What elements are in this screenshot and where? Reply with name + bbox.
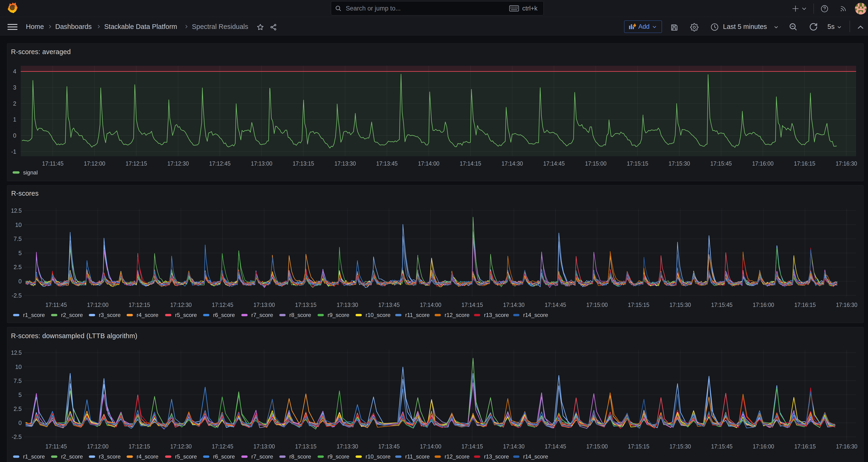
svg-text:r4_score: r4_score [136, 312, 158, 318]
svg-text:17:11:45: 17:11:45 [45, 443, 67, 450]
svg-text:17:12:00: 17:12:00 [87, 302, 108, 308]
svg-text:17:16:00: 17:16:00 [753, 302, 774, 308]
svg-text:r4_score: r4_score [136, 453, 158, 460]
svg-text:17:12:30: 17:12:30 [170, 302, 192, 308]
svg-text:17:13:30: 17:13:30 [334, 160, 356, 167]
svg-text:r2_score: r2_score [61, 453, 83, 460]
svg-text:7.5: 7.5 [13, 377, 22, 384]
svg-text:r14_score: r14_score [523, 312, 548, 318]
svg-text:17:12:45: 17:12:45 [212, 443, 234, 450]
svg-text:r12_score: r12_score [444, 453, 470, 460]
svg-text:-2.5: -2.5 [12, 434, 22, 440]
svg-text:r14_score: r14_score [523, 453, 548, 460]
svg-text:17:16:30: 17:16:30 [836, 302, 857, 308]
svg-text:r7_score: r7_score [251, 453, 273, 460]
svg-text:r6_score: r6_score [213, 312, 235, 318]
svg-text:r1_score: r1_score [23, 453, 45, 460]
svg-text:r10_score: r10_score [366, 453, 391, 460]
svg-text:10: 10 [15, 221, 22, 228]
svg-text:-1: -1 [11, 148, 16, 155]
svg-text:17:14:30: 17:14:30 [503, 443, 525, 450]
svg-text:r8_score: r8_score [289, 312, 311, 318]
svg-text:r2_score: r2_score [61, 312, 83, 318]
svg-text:-2.5: -2.5 [12, 292, 22, 299]
svg-text:r3_score: r3_score [99, 312, 121, 318]
svg-text:17:12:00: 17:12:00 [87, 443, 108, 450]
svg-text:7.5: 7.5 [13, 236, 22, 242]
svg-text:17:13:15: 17:13:15 [292, 160, 314, 167]
svg-text:17:11:45: 17:11:45 [42, 160, 63, 167]
svg-text:17:12:30: 17:12:30 [170, 443, 192, 450]
svg-text:17:16:30: 17:16:30 [836, 443, 857, 450]
svg-text:r13_score: r13_score [484, 312, 509, 318]
svg-text:17:15:30: 17:15:30 [670, 443, 691, 450]
svg-text:17:14:15: 17:14:15 [461, 302, 483, 308]
svg-text:17:15:45: 17:15:45 [711, 443, 733, 450]
svg-text:r7_score: r7_score [251, 312, 273, 318]
svg-text:17:15:15: 17:15:15 [628, 443, 649, 450]
svg-text:r9_score: r9_score [328, 453, 349, 460]
svg-text:0: 0 [19, 278, 22, 284]
svg-text:17:14:30: 17:14:30 [501, 160, 523, 167]
svg-text:17:13:00: 17:13:00 [253, 443, 275, 450]
svg-text:17:13:30: 17:13:30 [337, 443, 358, 450]
svg-text:17:14:00: 17:14:00 [418, 160, 439, 167]
svg-text:2.5: 2.5 [13, 406, 22, 412]
svg-text:r6_score: r6_score [213, 453, 235, 460]
svg-text:17:13:15: 17:13:15 [295, 443, 317, 450]
svg-text:17:14:45: 17:14:45 [545, 443, 566, 450]
svg-text:17:12:30: 17:12:30 [167, 160, 189, 167]
svg-text:10: 10 [15, 364, 22, 370]
svg-text:r8_score: r8_score [289, 453, 311, 460]
svg-text:2.5: 2.5 [13, 264, 22, 270]
svg-text:17:14:30: 17:14:30 [503, 302, 525, 308]
svg-text:17:13:45: 17:13:45 [376, 160, 398, 167]
svg-text:r1_score: r1_score [23, 312, 45, 318]
svg-text:0: 0 [19, 420, 22, 426]
svg-text:r10_score: r10_score [366, 312, 391, 318]
svg-text:17:16:30: 17:16:30 [836, 160, 857, 167]
svg-text:5: 5 [19, 392, 22, 398]
svg-text:4: 4 [13, 68, 16, 74]
svg-text:17:13:00: 17:13:00 [253, 302, 275, 308]
svg-text:17:11:45: 17:11:45 [45, 302, 67, 308]
svg-text:17:13:15: 17:13:15 [295, 302, 317, 308]
svg-text:r12_score: r12_score [444, 312, 470, 318]
svg-text:12.5: 12.5 [11, 207, 22, 214]
svg-text:17:13:45: 17:13:45 [378, 443, 400, 450]
svg-text:17:15:45: 17:15:45 [710, 160, 732, 167]
svg-text:r13_score: r13_score [484, 453, 509, 460]
svg-text:17:15:00: 17:15:00 [586, 302, 608, 308]
svg-text:17:13:45: 17:13:45 [378, 302, 400, 308]
svg-text:17:12:45: 17:12:45 [212, 302, 234, 308]
svg-text:17:15:30: 17:15:30 [670, 302, 691, 308]
svg-text:17:15:15: 17:15:15 [628, 302, 649, 308]
svg-text:r5_score: r5_score [175, 453, 197, 460]
svg-text:17:12:00: 17:12:00 [84, 160, 105, 167]
svg-text:r9_score: r9_score [328, 312, 349, 318]
svg-text:17:16:15: 17:16:15 [794, 160, 815, 167]
svg-text:17:16:00: 17:16:00 [753, 443, 774, 450]
svg-text:1: 1 [13, 116, 16, 123]
svg-text:17:12:45: 17:12:45 [209, 160, 230, 167]
svg-text:17:14:45: 17:14:45 [543, 160, 565, 167]
svg-text:17:14:15: 17:14:15 [460, 160, 481, 167]
svg-text:17:15:15: 17:15:15 [627, 160, 648, 167]
svg-text:17:12:15: 17:12:15 [126, 160, 147, 167]
svg-text:17:16:15: 17:16:15 [794, 443, 816, 450]
svg-text:r11_score: r11_score [405, 312, 430, 318]
svg-text:17:15:00: 17:15:00 [585, 160, 607, 167]
svg-text:r11_score: r11_score [405, 453, 430, 460]
svg-text:17:16:00: 17:16:00 [752, 160, 774, 167]
svg-text:17:13:00: 17:13:00 [251, 160, 272, 167]
svg-text:17:14:00: 17:14:00 [420, 302, 441, 308]
svg-text:17:16:15: 17:16:15 [794, 302, 816, 308]
svg-text:r5_score: r5_score [175, 312, 197, 318]
svg-text:17:12:15: 17:12:15 [129, 443, 150, 450]
svg-text:17:15:00: 17:15:00 [586, 443, 608, 450]
svg-text:17:14:15: 17:14:15 [461, 443, 483, 450]
svg-text:17:15:45: 17:15:45 [711, 302, 733, 308]
svg-text:17:14:45: 17:14:45 [545, 302, 566, 308]
svg-text:0: 0 [13, 132, 16, 139]
svg-text:signal: signal [23, 169, 38, 176]
